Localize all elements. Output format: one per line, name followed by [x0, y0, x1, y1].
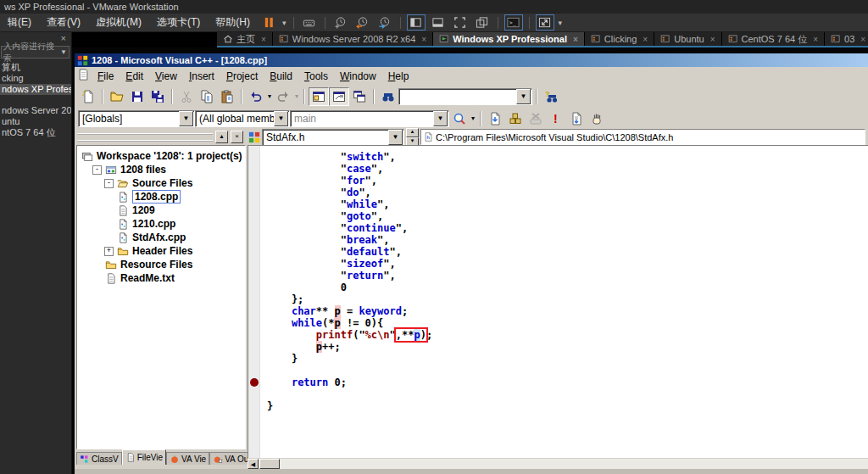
combo-dropdown-icon[interactable]: ▼	[388, 130, 403, 145]
tree-item[interactable]: ReadMe.txt	[77, 271, 245, 285]
go-button[interactable]	[566, 109, 587, 128]
tree-item[interactable]: +Header Files	[77, 244, 245, 258]
console-view-button[interactable]: >_	[504, 14, 523, 31]
save-button[interactable]	[127, 87, 147, 106]
tree-item[interactable]: 1208.cpp	[77, 190, 245, 204]
suspend-button[interactable]	[259, 14, 278, 31]
windows-cascade-button[interactable]	[349, 87, 370, 106]
editor-margin[interactable]	[248, 146, 260, 458]
combo-dropdown-icon[interactable]: ▼	[516, 89, 531, 104]
tree-expand-toggle[interactable]: -	[104, 179, 114, 188]
vm-tab[interactable]: Windows XP Professional×	[433, 32, 585, 46]
tree-item[interactable]: 1209	[77, 204, 245, 217]
breakpoint-marker[interactable]	[250, 378, 259, 387]
combo-dropdown-icon[interactable]: ▼	[274, 111, 288, 126]
send-ctrl-alt-del-button[interactable]	[300, 14, 319, 31]
scroll-left-button[interactable]: ◀	[248, 459, 259, 469]
vm-list-item[interactable]: ntOS 7 64 位	[0, 127, 71, 138]
symbol-combo[interactable]: main▼	[290, 110, 449, 127]
va-spin-control[interactable]: ▲▼	[406, 128, 419, 147]
pane-tab[interactable]: ClassV	[76, 452, 122, 465]
vmware-menu-item[interactable]: 查看(V)	[39, 14, 88, 31]
msvc-menu-item[interactable]: Build	[264, 70, 298, 82]
tree-item[interactable]: StdAfx.cpp	[77, 231, 245, 244]
library-toggle-button[interactable]	[407, 14, 426, 31]
tree-expand-toggle[interactable]: -	[92, 165, 102, 175]
workspace-pane[interactable]: Workspace '1208': 1 project(s)-1208 file…	[76, 145, 246, 449]
sidebar-close-icon[interactable]: ×	[61, 33, 66, 43]
msvc-menu-item[interactable]: Help	[382, 70, 415, 82]
vm-tab[interactable]: CentOS 7 64 位×	[722, 32, 826, 46]
vm-tab[interactable]: Windows Server 2008 R2 x64×	[273, 32, 433, 46]
tree-item[interactable]: -1208 files	[77, 163, 245, 176]
execute-program-button[interactable]: !	[546, 109, 566, 128]
msvc-menu-item[interactable]: Edit	[120, 70, 149, 82]
vmware-menu-item[interactable]: 辑(E)	[0, 14, 39, 31]
msvc-menu-item[interactable]: View	[149, 70, 183, 82]
redo-caret-icon[interactable]: ▾	[293, 92, 300, 100]
combo-dropdown-icon[interactable]: ▼	[433, 111, 448, 126]
find-in-files-button[interactable]	[378, 87, 398, 106]
va-caret-icon[interactable]: ▾	[470, 114, 476, 122]
thumbnails-toggle-button[interactable]	[429, 14, 448, 31]
msvc-menu-item[interactable]: File	[92, 70, 120, 82]
tree-item[interactable]: 1210.cpp	[77, 217, 245, 231]
pane-tab[interactable]: FileVie	[122, 449, 166, 465]
vm-tab[interactable]: 主页×	[217, 32, 273, 46]
manage-snapshots-button[interactable]	[376, 14, 394, 31]
tab-close-icon[interactable]: ×	[710, 35, 715, 44]
pane-tab[interactable]: VA Ou	[209, 452, 252, 465]
fit-guest-button[interactable]	[536, 14, 554, 31]
scope-combo[interactable]: [Globals]▼	[78, 110, 195, 127]
undo-caret-icon[interactable]: ▾	[266, 92, 273, 100]
msvc-menu-item[interactable]: Window	[334, 70, 382, 82]
undo-button[interactable]	[246, 87, 266, 106]
library-search-input[interactable]: 入内容进行搜索 ▼	[1, 46, 70, 59]
va-file-combo[interactable]: StdAfx.h ▼	[262, 129, 404, 146]
find-combo[interactable]: ▼	[398, 88, 532, 105]
vm-list-item[interactable]: untu	[0, 116, 71, 127]
tab-close-icon[interactable]: ×	[860, 35, 865, 44]
redo-button[interactable]	[273, 87, 293, 106]
open-file-button[interactable]	[107, 87, 127, 106]
tab-close-icon[interactable]: ×	[573, 35, 578, 44]
vmware-menu-item[interactable]: 虚拟机(M)	[88, 14, 149, 31]
fullscreen-button[interactable]	[451, 14, 470, 31]
tab-close-icon[interactable]: ×	[261, 35, 266, 44]
vm-tab[interactable]: Ubuntu×	[654, 32, 721, 46]
new-file-button[interactable]	[78, 87, 98, 106]
msvc-menu-item[interactable]: Tools	[298, 70, 334, 82]
vm-list-item[interactable]: 算机	[0, 62, 71, 73]
search-help-button[interactable]: ?	[541, 87, 561, 106]
stop-build-button[interactable]	[526, 109, 546, 128]
output-toggle-button[interactable]	[329, 87, 349, 106]
vm-tab[interactable]: 03×	[825, 32, 868, 46]
msvc-menu-item[interactable]: Insert	[183, 70, 220, 82]
build-button[interactable]	[505, 109, 526, 128]
vm-tab[interactable]: Clicking×	[585, 32, 654, 46]
members-combo[interactable]: (All global members▼	[195, 110, 290, 127]
va-wizard-button[interactable]	[449, 109, 470, 128]
toggle-breakpoint-button[interactable]	[587, 109, 607, 128]
tab-close-icon[interactable]: ×	[421, 35, 426, 44]
fit-caret-icon[interactable]: ▾	[556, 19, 565, 27]
vmware-menu-item[interactable]: 选项卡(T)	[149, 14, 208, 31]
unity-button[interactable]	[473, 14, 492, 31]
pane-close-button[interactable]: ×	[231, 131, 243, 143]
vm-list-item[interactable]: ndows XP Profession	[0, 84, 71, 95]
search-dropdown-icon[interactable]: ▼	[60, 48, 67, 56]
vm-list-item[interactable]: ndows Server 2008 R	[0, 105, 71, 116]
paste-button[interactable]	[217, 87, 237, 106]
combo-dropdown-icon[interactable]: ▼	[179, 111, 193, 126]
mdi-child-icon[interactable]	[77, 69, 92, 83]
tab-close-icon[interactable]: ×	[643, 35, 648, 44]
copy-button[interactable]	[197, 87, 217, 106]
workspace-toggle-button[interactable]	[309, 87, 329, 106]
take-snapshot-button[interactable]	[331, 14, 350, 31]
tree-item[interactable]: Workspace '1208': 1 project(s)	[77, 149, 245, 163]
pane-pin-button[interactable]: ▴	[215, 131, 228, 143]
tree-expand-toggle[interactable]: +	[104, 247, 114, 256]
h-scrollbar[interactable]: ◀	[248, 458, 868, 470]
suspend-caret-icon[interactable]: ▾	[280, 19, 289, 27]
revert-snapshot-button[interactable]	[353, 14, 372, 31]
